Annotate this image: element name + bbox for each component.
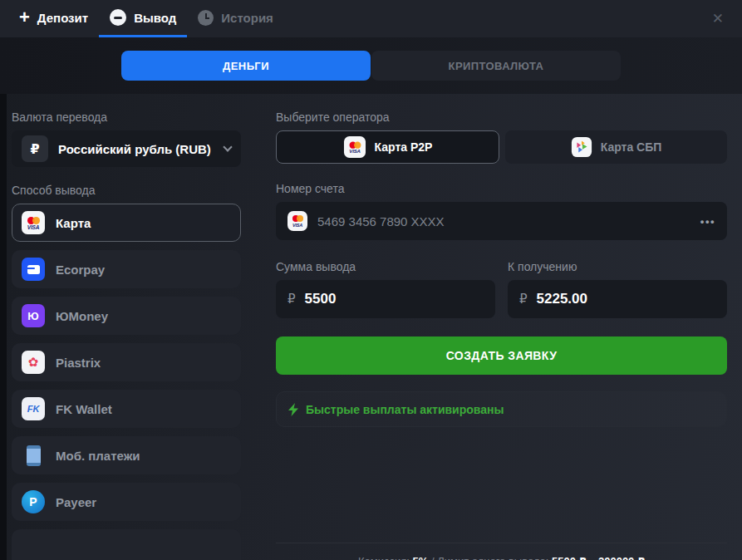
method-item-piastrix[interactable]: ✿ Piastrix xyxy=(12,343,241,381)
payeer-icon: P xyxy=(22,490,45,513)
method-item-card[interactable]: VISA Карта xyxy=(12,204,241,242)
mobile-phone-icon xyxy=(22,444,45,467)
receive-input[interactable]: ₽ 5225.00 xyxy=(508,280,727,318)
tab-money[interactable]: ДЕНЬГИ xyxy=(121,51,371,81)
more-options-icon[interactable]: ••• xyxy=(700,215,715,228)
limit-label: / Лимит одного вывода: xyxy=(428,555,552,560)
method-item-ecorpay[interactable]: Ecorpay xyxy=(12,250,241,288)
account-number-value: 5469 3456 7890 XXXX xyxy=(317,214,700,228)
tab-deposit[interactable]: + Депозит xyxy=(8,0,99,37)
tab-withdrawal-label: Вывод xyxy=(134,11,176,25)
amounts-row: Сумма вывода ₽ 5500 К получению ₽ 5225.0… xyxy=(276,260,727,318)
minus-circle-icon xyxy=(110,9,126,26)
withdrawal-modal: + Депозит Вывод История ✕ ДЕНЬГИ КРИПТОВ… xyxy=(0,0,742,560)
method-name: Ecorpay xyxy=(56,263,105,277)
account-label: Номер счета xyxy=(276,182,727,195)
method-item-fkwallet[interactable]: FK FK Wallet xyxy=(12,390,241,428)
card-icon: VISA xyxy=(22,211,45,234)
tab-history[interactable]: История xyxy=(187,0,284,37)
amount-label: Сумма вывода xyxy=(276,260,495,273)
close-icon[interactable]: ✕ xyxy=(712,10,724,27)
modal-header: + Депозит Вывод История ✕ xyxy=(0,0,742,37)
currency-value: Российский рубль (RUB) xyxy=(58,142,224,156)
sbp-icon xyxy=(572,137,592,157)
right-column: Выберите оператора VISA Карта P2P xyxy=(276,111,727,560)
limit-value: 5500 ₽ – 200000 ₽ xyxy=(552,555,645,560)
operator-buttons: VISA Карта P2P Карта СБП xyxy=(276,130,727,164)
ruble-sign: ₽ xyxy=(519,292,528,307)
clock-icon xyxy=(198,10,214,26)
left-gutter xyxy=(0,94,7,560)
currency-label: Валюта перевода xyxy=(12,111,241,124)
operator-label: Выберите оператора xyxy=(276,111,727,124)
receive-label: К получению xyxy=(508,260,727,273)
method-name: ЮMoney xyxy=(56,309,108,323)
operator-card-sbp[interactable]: Карта СБП xyxy=(505,130,727,164)
commission-label: Комиссия: xyxy=(358,555,410,560)
method-item-yoomoney[interactable]: Ю ЮMoney xyxy=(12,297,241,335)
fast-payouts-text: Быстрые выплаты активированы xyxy=(306,403,504,416)
method-name: Piastrix xyxy=(56,356,101,370)
commission-value: 5% xyxy=(413,555,429,560)
method-item-mobile[interactable]: Моб. платежи xyxy=(12,436,241,474)
card-icon: VISA xyxy=(344,136,366,158)
account-number-field[interactable]: VISA 5469 3456 7890 XXXX ••• xyxy=(276,202,727,240)
method-item-partial[interactable] xyxy=(12,529,241,560)
method-item-payeer[interactable]: P Payeer xyxy=(12,483,241,521)
yoomoney-icon: Ю xyxy=(22,304,45,327)
create-request-button[interactable]: СОЗДАТЬ ЗАЯВКУ xyxy=(276,336,727,375)
method-label: Способ вывода xyxy=(12,184,241,197)
method-name: Payeer xyxy=(56,495,96,509)
tab-history-label: История xyxy=(221,11,273,25)
footer: Комиссия: 5% / Лимит одного вывода: 5500… xyxy=(276,543,727,560)
ecorpay-icon xyxy=(22,258,45,281)
tab-crypto[interactable]: КРИПТОВАЛЮТА xyxy=(371,51,621,81)
footer-limits: Комиссия: 5% / Лимит одного вывода: 5500… xyxy=(276,543,727,560)
receive-value: 5225.00 xyxy=(537,291,587,307)
method-type-tabs: ДЕНЬГИ КРИПТОВАЛЮТА xyxy=(0,37,742,94)
method-name: FK Wallet xyxy=(56,402,112,416)
method-name: Моб. платежи xyxy=(56,449,140,463)
fk-wallet-icon: FK xyxy=(22,397,45,420)
currency-select[interactable]: ₽ Российский рубль (RUB) xyxy=(12,130,241,167)
plus-icon: + xyxy=(19,9,30,26)
left-column: Валюта перевода ₽ Российский рубль (RUB)… xyxy=(12,111,241,560)
modal-content: Валюта перевода ₽ Российский рубль (RUB)… xyxy=(0,94,742,560)
fast-payouts-banner: Быстрые выплаты активированы xyxy=(276,391,727,427)
method-name: Карта xyxy=(56,216,91,230)
operator-name: Карта СБП xyxy=(601,140,662,154)
piastrix-icon: ✿ xyxy=(22,351,45,374)
operator-name: Карта P2P xyxy=(375,140,433,154)
amount-input[interactable]: ₽ 5500 xyxy=(276,280,495,318)
ruble-sign: ₽ xyxy=(287,292,296,307)
operator-card-p2p[interactable]: VISA Карта P2P xyxy=(276,130,499,164)
tab-deposit-label: Депозит xyxy=(37,11,88,25)
amount-value: 5500 xyxy=(305,291,337,307)
chevron-down-icon xyxy=(223,142,232,151)
ruble-icon: ₽ xyxy=(22,135,48,162)
tab-withdrawal[interactable]: Вывод xyxy=(99,0,187,37)
card-icon: VISA xyxy=(287,211,307,231)
lightning-icon xyxy=(288,403,298,416)
